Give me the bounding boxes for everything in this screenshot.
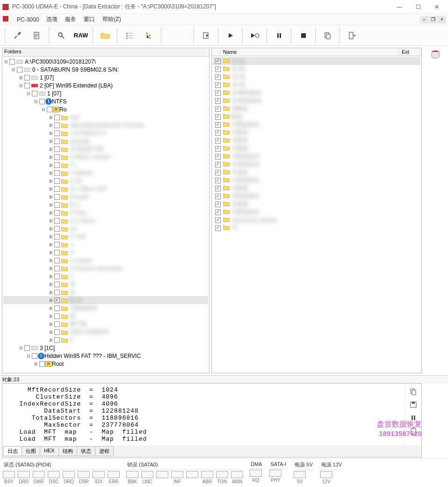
file-checkbox[interactable] [215, 82, 221, 88]
mdi-minimize-button[interactable]: – [420, 16, 428, 23]
tree-row[interactable]: ⊞RRoot [3, 360, 208, 368]
log-tab[interactable]: 进程 [95, 446, 114, 456]
tree-checkbox[interactable] [54, 250, 60, 255]
file-row[interactable]: 帐套 [213, 113, 420, 121]
tree-checkbox[interactable] [32, 353, 37, 359]
file-row[interactable]: 年帐套备份 [213, 192, 420, 200]
play-button[interactable] [221, 26, 240, 45]
log-tab[interactable]: 结构 [58, 446, 77, 456]
tree-toggle[interactable]: ⊟ [18, 83, 24, 88]
file-row[interactable]: 20140216 154234 [213, 216, 420, 224]
tree-row[interactable]: ⊞ 114708267X.0 [3, 129, 208, 137]
tree-checkbox[interactable] [54, 146, 60, 152]
tree-checkbox[interactable] [54, 234, 60, 240]
file-row[interactable]: 20 套 [213, 81, 420, 89]
tree-row[interactable]: ⊞ end [3, 113, 208, 121]
tree-checkbox[interactable] [54, 274, 60, 279]
tree-checkbox[interactable] [54, 290, 60, 295]
tree-checkbox[interactable] [54, 115, 60, 120]
tree-row[interactable]: ⊞S Volume Information [3, 264, 208, 272]
log-tab[interactable]: 状态 [77, 446, 95, 456]
tree-toggle[interactable]: ⊞ [48, 163, 54, 167]
tree-row[interactable]: ⊞ 速下载 [3, 320, 208, 328]
tree-checkbox[interactable] [54, 305, 60, 311]
tree-checkbox[interactable] [54, 266, 60, 271]
tree-toggle[interactable]: ⊞ [48, 306, 54, 311]
tree-toggle[interactable]: ⊞ [48, 298, 54, 303]
file-row[interactable]: 年帐套 [213, 129, 420, 137]
tree-checkbox[interactable] [24, 83, 30, 88]
tree-toggle[interactable]: ⊞ [48, 123, 54, 128]
file-checkbox[interactable] [215, 98, 221, 104]
file-checkbox[interactable] [215, 218, 221, 223]
tree-checkbox[interactable] [54, 170, 60, 176]
tree-row[interactable]: ⊟iNTFS [3, 97, 208, 105]
tree-toggle[interactable]: ⊞ [48, 131, 54, 136]
tree-checkbox[interactable] [54, 210, 60, 216]
tree-checkbox[interactable] [54, 162, 60, 168]
pause-button[interactable] [269, 26, 289, 45]
tree-row[interactable]: ⊞1 [07] [3, 73, 208, 81]
tree-checkbox[interactable] [54, 202, 60, 208]
tree-checkbox[interactable] [9, 59, 15, 65]
file-checkbox[interactable] [215, 170, 221, 175]
tree-checkbox[interactable] [39, 99, 45, 104]
file-row[interactable]: 20 套 [213, 57, 420, 65]
tree-toggle[interactable]: ⊞ [48, 266, 54, 271]
tree-toggle[interactable]: ⊞ [48, 322, 54, 327]
tree-row[interactable]: ⊞ 件数据备份 [3, 304, 208, 312]
tree-toggle[interactable]: ⊟ [11, 67, 16, 72]
close-button[interactable]: ✕ [427, 0, 446, 14]
menu-app[interactable]: PC-3000 [13, 15, 43, 24]
tree-toggle[interactable]: ⊞ [18, 75, 24, 80]
tree-toggle[interactable]: ⊟ [33, 99, 39, 104]
tree-checkbox[interactable] [54, 242, 60, 247]
file-row[interactable]: 20 套 [213, 73, 420, 81]
tree-checkbox[interactable] [24, 345, 30, 351]
tree-toggle[interactable]: ⊞ [48, 314, 54, 319]
tree-checkbox[interactable] [54, 329, 60, 335]
file-row[interactable]: 年帐套备份 [213, 121, 420, 129]
mdi-restore-button[interactable]: ❐ [429, 16, 437, 23]
tree-row[interactable]: ⊞E 60612 161407 [3, 153, 208, 161]
tree-toggle[interactable]: ⊞ [48, 290, 54, 295]
tree-checkbox[interactable] [54, 226, 60, 232]
tree-row[interactable]: ⊞G 00 [3, 177, 208, 185]
file-row[interactable]: 年帐套 [213, 200, 420, 208]
tree-toggle[interactable]: ⊞ [48, 203, 54, 207]
file-checkbox[interactable] [215, 74, 221, 80]
tree-checkbox[interactable] [54, 298, 60, 303]
tree-checkbox[interactable] [54, 313, 60, 319]
log-tab[interactable]: HEX [40, 446, 59, 456]
copy-button[interactable] [318, 26, 338, 45]
file-checkbox[interactable] [215, 225, 221, 231]
tree-row[interactable]: ⊞ 信息小管家软件 [3, 328, 208, 336]
raw-button[interactable]: RAW [71, 26, 91, 45]
tree-checkbox[interactable] [17, 67, 22, 73]
log-tab[interactable]: 日志 [3, 446, 22, 456]
tree-toggle[interactable]: ⊞ [48, 218, 54, 223]
tree-toggle[interactable]: ⊞ [48, 234, 54, 239]
log-pause-button[interactable] [408, 413, 419, 423]
tree-toggle[interactable]: ⊞ [48, 338, 54, 342]
tree-toggle[interactable]: ⊞ [48, 226, 54, 231]
file-row[interactable]: 年账套备份 [213, 176, 420, 184]
menu-item[interactable]: 窗口 [80, 15, 99, 23]
tree-toggle[interactable]: ⊞ [48, 274, 54, 279]
tree-checkbox[interactable] [54, 321, 60, 327]
list-view-button[interactable] [120, 26, 139, 45]
tree-row[interactable]: ⊞S onload [3, 256, 208, 264]
file-checkbox[interactable] [215, 114, 221, 120]
tree-toggle[interactable]: ⊞ [48, 242, 54, 247]
file-checkbox[interactable] [215, 202, 221, 207]
tree-checkbox[interactable] [54, 123, 60, 128]
tree-checkbox[interactable] [47, 107, 52, 112]
tree-toggle[interactable]: ⊞ [48, 330, 54, 334]
tree-row[interactable]: ⊟A:\PC3000\3109=20181207\ [3, 58, 208, 65]
tree-row[interactable]: ⊞F LER [3, 233, 208, 240]
file-row[interactable]: 年帐套 [213, 184, 420, 192]
file-checkbox[interactable] [215, 146, 221, 152]
file-row[interactable]: 书 [213, 224, 420, 232]
tree-toggle[interactable]: ⊞ [48, 187, 54, 191]
file-row[interactable]: 年帐套备份 [213, 208, 420, 216]
